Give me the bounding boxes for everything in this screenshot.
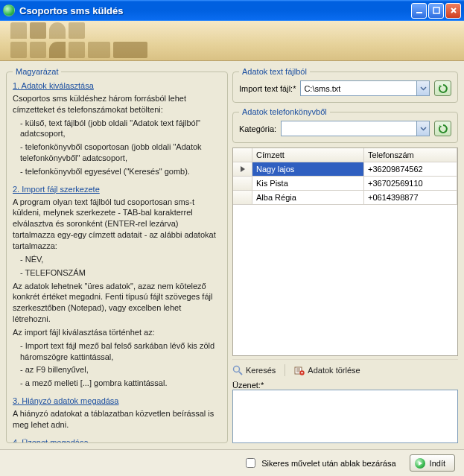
help-link-1[interactable]: 1. Adatok kiválasztása — [13, 80, 94, 92]
help-text: Az import fájl kiválasztása történhet az… — [13, 327, 221, 338]
message-label: Üzenet:* — [232, 381, 458, 390]
message-textarea[interactable] — [232, 390, 458, 443]
import-file-group: Adatok text fájlból Import text fájl:* C… — [232, 67, 458, 103]
help-text: - Import text fájl mező bal felső sarkáb… — [13, 340, 221, 363]
svg-rect-1 — [433, 7, 439, 13]
start-button[interactable]: Indít — [410, 454, 455, 472]
play-icon — [415, 458, 425, 469]
maximize-button[interactable] — [428, 3, 444, 19]
close-after-success-checkbox[interactable]: Sikeres művelet után ablak bezárása — [243, 456, 395, 470]
row-indicator — [233, 177, 252, 191]
cell-recipient[interactable]: Nagy lajos — [252, 162, 364, 177]
help-link-3[interactable]: 3. Hiányzó adatok megadása — [13, 396, 118, 407]
table-row[interactable]: Alba Régia+0614398877 — [233, 191, 457, 205]
col-header-recipient[interactable]: Címzett — [252, 148, 364, 162]
app-icon — [3, 4, 15, 16]
refresh-icon — [438, 124, 448, 134]
help-legend: Magyarázat — [13, 67, 61, 76]
cell-recipient[interactable]: Alba Régia — [252, 191, 364, 205]
grid-toolbar: Keresés Adatok törlése — [232, 359, 458, 378]
recipients-grid[interactable]: Címzett Telefonszám Nagy lajos+362098745… — [232, 147, 458, 356]
close-after-success-input[interactable] — [246, 458, 255, 468]
row-indicator — [233, 162, 252, 177]
delete-icon — [294, 365, 305, 375]
help-text: - külső, text fájlból (jobb oldali "Adat… — [13, 118, 221, 140]
cell-phone[interactable]: +0614398877 — [364, 191, 457, 205]
help-text: A hiányzó adatokat a táblazatban közvetl… — [13, 408, 221, 431]
search-icon — [232, 365, 243, 375]
search-label: Keresés — [246, 366, 276, 375]
import-file-label: Import text fájl:* — [239, 84, 296, 93]
help-text: Csoportos sms küldéshez három forrásból … — [13, 93, 221, 115]
import-file-legend: Adatok text fájlból — [239, 67, 310, 76]
cell-recipient[interactable]: Kis Pista — [252, 177, 364, 191]
close-after-success-label: Sikeres művelet után ablak bezárása — [261, 459, 395, 468]
minimize-button[interactable] — [411, 3, 427, 19]
help-text: - NÉV, — [13, 254, 221, 265]
help-text: - telefonkönyvből egyesével ("Keresés" g… — [13, 166, 221, 177]
help-text: Az adatok lehetnek "üres adatok", azaz n… — [13, 281, 221, 325]
phonebook-group: Adatok telefonkönyvből Kategória: — [232, 107, 458, 143]
import-refresh-button[interactable] — [434, 80, 451, 96]
chevron-down-icon[interactable] — [416, 81, 429, 95]
import-file-combo[interactable]: C:\sms.txt — [300, 80, 430, 96]
decorative-header — [0, 21, 464, 61]
help-panel: Magyarázat 1. Adatok kiválasztása Csopor… — [6, 67, 228, 443]
titlebar: Csoportos sms küldés — [0, 0, 464, 21]
svg-point-2 — [234, 366, 240, 372]
start-label: Indít — [430, 459, 445, 468]
window-title: Csoportos sms küldés — [19, 5, 410, 16]
delete-label: Adatok törlése — [308, 366, 360, 375]
chevron-down-icon[interactable] — [416, 121, 429, 136]
row-indicator — [233, 191, 252, 205]
grid-header: Címzett Telefonszám — [233, 148, 457, 162]
cell-phone[interactable]: +36209874562 — [364, 162, 457, 177]
help-link-4[interactable]: 4. Üzenet megadása — [13, 437, 89, 443]
svg-rect-0 — [416, 12, 422, 13]
col-header-phone[interactable]: Telefonszám — [364, 148, 457, 162]
table-row[interactable]: Kis Pista+36702569110 — [233, 177, 457, 191]
category-label: Kategória: — [239, 124, 276, 133]
search-button[interactable]: Keresés — [232, 364, 276, 376]
help-text: A program olyan text fájlból tud csoport… — [13, 197, 221, 252]
phonebook-legend: Adatok telefonkönyvből — [239, 107, 330, 116]
table-row[interactable]: Nagy lajos+36209874562 — [233, 162, 457, 177]
category-refresh-button[interactable] — [434, 121, 451, 136]
help-link-2[interactable]: 2. Import fájl szerkezete — [13, 184, 100, 195]
close-button[interactable] — [445, 3, 461, 19]
category-combo[interactable] — [281, 121, 430, 136]
delete-data-button[interactable]: Adatok törlése — [294, 364, 360, 376]
refresh-icon — [438, 83, 448, 94]
footer: Sikeres művelet után ablak bezárása Indí… — [0, 449, 464, 476]
help-text: - TELEFONSZÁM — [13, 267, 221, 279]
help-text: - a mező melleti [...] gombra kattintáss… — [13, 378, 221, 389]
cell-phone[interactable]: +36702569110 — [364, 177, 457, 191]
import-file-value: C:\sms.txt — [304, 84, 340, 93]
help-text: - telefonkönyvből csoportosan (jobb olda… — [13, 142, 221, 164]
help-text: - az F9 billenyűvel, — [13, 364, 221, 375]
